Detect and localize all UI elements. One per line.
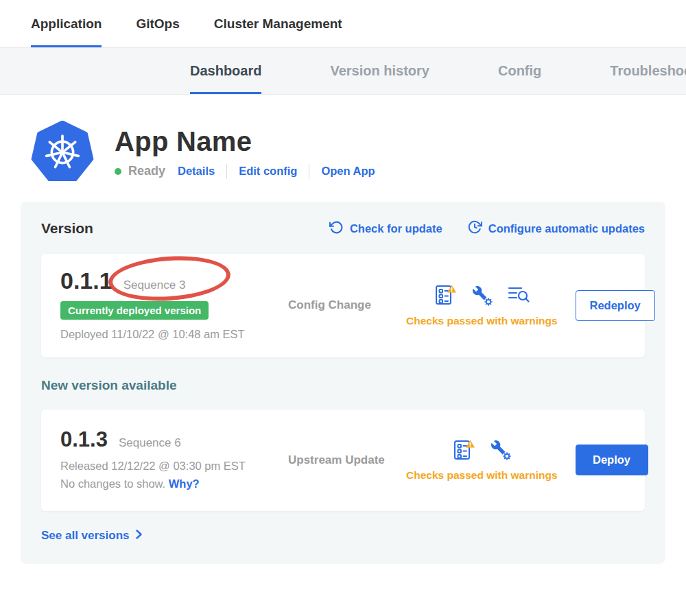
tab-troubleshoot[interactable]: Troubleshoot (610, 48, 686, 94)
open-app-link[interactable]: Open App (321, 165, 375, 178)
app-header-info: App Name Ready Details Edit config Open … (115, 126, 375, 179)
version-panel-header: Version Check for update (41, 220, 645, 237)
available-version-number: 0.1.3 (60, 427, 108, 452)
available-version-info: 0.1.3 Sequence 6 Released 12/12/22 @ 03:… (60, 427, 288, 493)
current-version-row: 0.1.1 Sequence 3 (60, 268, 288, 294)
wrench-gear-icon[interactable] (471, 284, 493, 307)
version-heading: Version (41, 220, 93, 237)
app-header: App Name Ready Details Edit config Open … (0, 95, 686, 202)
see-all-versions-link[interactable]: See all versions (41, 529, 143, 543)
tab-version-history[interactable]: Version history (330, 48, 429, 94)
available-version-card: 0.1.3 Sequence 6 Released 12/12/22 @ 03:… (41, 410, 645, 511)
chevron-right-icon (135, 529, 143, 543)
configure-automatic-updates-link[interactable]: Configure automatic updates (467, 220, 645, 237)
app-title: App Name (115, 126, 375, 157)
edit-config-link[interactable]: Edit config (239, 165, 297, 178)
redeploy-button[interactable]: Redeploy (576, 290, 655, 321)
tab-gitops[interactable]: GitOps (136, 0, 179, 47)
current-checks-status: Checks passed with warnings (406, 315, 558, 327)
released-timestamp: Released 12/12/22 @ 03:30 pm EST (60, 458, 288, 475)
deployed-timestamp: Deployed 11/10/22 @ 10:48 am EST (60, 326, 288, 344)
check-for-update-label: Check for update (350, 222, 442, 235)
available-version-row: 0.1.3 Sequence 6 (60, 427, 288, 452)
preflight-checklist-warning-icon[interactable] (452, 439, 475, 461)
configure-automatic-updates-label: Configure automatic updates (488, 222, 645, 235)
current-version-source: Config Change (288, 298, 406, 312)
current-sequence-label: Sequence 3 (123, 279, 186, 292)
available-checks-column: Checks passed with warnings (406, 438, 558, 482)
available-version-actions: Checks passed with warnings Deploy (406, 438, 648, 482)
kubernetes-logo-icon (31, 121, 94, 184)
see-all-versions-label: See all versions (41, 529, 130, 543)
tab-application[interactable]: Application (31, 0, 102, 47)
why-link[interactable]: Why? (169, 477, 200, 490)
current-version-card: 0.1.1 Sequence 3 Currently deployed vers… (41, 254, 645, 357)
version-actions: Check for update Configure automatic upd… (329, 220, 645, 237)
currently-deployed-badge: Currently deployed version (60, 301, 209, 320)
no-changes-text: No changes to show. (60, 477, 165, 490)
deploy-button[interactable]: Deploy (576, 445, 648, 475)
check-for-update-link[interactable]: Check for update (329, 220, 442, 237)
status-dot (115, 168, 121, 175)
tab-dashboard[interactable]: Dashboard (190, 48, 261, 94)
current-version-info: 0.1.1 Sequence 3 Currently deployed vers… (60, 268, 288, 344)
available-check-icons (452, 438, 512, 461)
version-panel: Version Check for update (21, 202, 665, 564)
current-checks-column: Checks passed with warnings (406, 284, 558, 327)
diff-view-magnifier-icon[interactable] (507, 285, 530, 305)
tab-cluster-management[interactable]: Cluster Management (214, 0, 342, 47)
status-text: Ready (128, 164, 165, 178)
current-version-actions: Checks passed with warnings Redeploy (406, 284, 655, 327)
available-sequence-label: Sequence 6 (119, 436, 181, 450)
current-version-number: 0.1.1 (60, 268, 113, 294)
tab-config[interactable]: Config (498, 48, 541, 94)
details-link[interactable]: Details (178, 165, 215, 178)
current-check-icons (434, 284, 530, 307)
divider (226, 164, 227, 179)
preflight-checklist-warning-icon[interactable] (434, 284, 457, 306)
wrench-gear-icon[interactable] (489, 438, 512, 461)
refresh-icon (329, 220, 344, 237)
primary-nav: Application GitOps Cluster Management (0, 0, 686, 48)
available-version-source: Upstream Update (288, 453, 406, 467)
new-version-available-heading: New version available (41, 378, 645, 393)
no-changes-row: No changes to show. Why? (60, 475, 288, 493)
available-checks-status: Checks passed with warnings (406, 469, 558, 482)
divider (309, 164, 309, 179)
status-row: Ready Details Edit config Open App (115, 164, 375, 179)
auto-update-clock-icon (467, 220, 482, 237)
secondary-nav: Dashboard Version history Config Trouble… (0, 48, 686, 95)
